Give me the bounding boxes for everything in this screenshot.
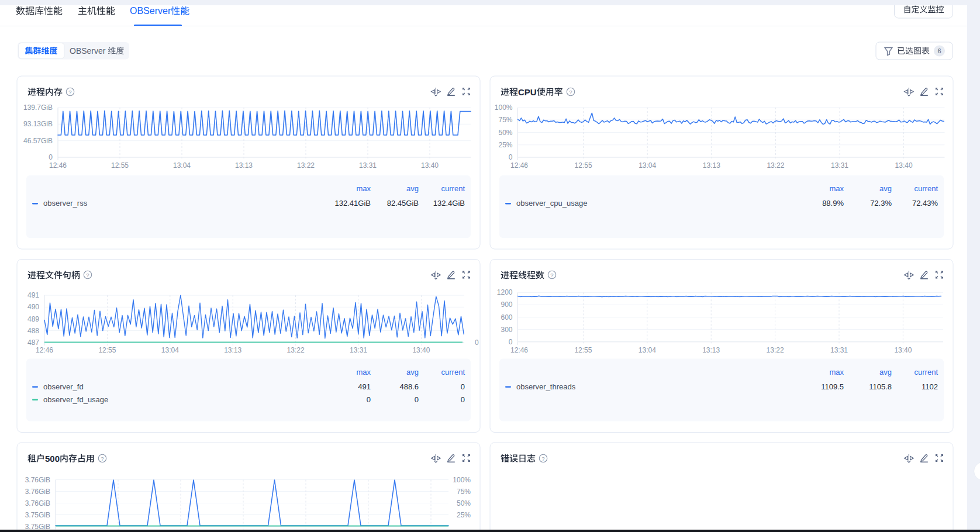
svg-text:13:22: 13:22 bbox=[767, 346, 784, 354]
svg-text:12:46: 12:46 bbox=[510, 346, 528, 354]
svg-text:max: max bbox=[829, 368, 844, 376]
svg-text:0: 0 bbox=[367, 395, 371, 404]
svg-text:600: 600 bbox=[501, 313, 512, 322]
svg-text:491: 491 bbox=[27, 291, 39, 299]
svg-text:139.7GiB: 139.7GiB bbox=[23, 103, 53, 112]
svg-text:observer_threads: observer_threads bbox=[516, 382, 576, 391]
svg-text:50%: 50% bbox=[457, 499, 471, 507]
svg-text:488: 488 bbox=[27, 327, 39, 335]
svg-text:300: 300 bbox=[501, 326, 512, 334]
svg-text:900: 900 bbox=[501, 300, 512, 309]
svg-text:observer_rss: observer_rss bbox=[43, 199, 88, 208]
svg-text:6: 6 bbox=[937, 47, 941, 54]
svg-text:12:55: 12:55 bbox=[111, 161, 129, 170]
svg-text:82.45GiB: 82.45GiB bbox=[387, 199, 419, 208]
svg-text:max: max bbox=[356, 184, 371, 193]
svg-text:500: 500 bbox=[45, 454, 60, 464]
svg-text:13:22: 13:22 bbox=[297, 161, 315, 170]
svg-text:?: ? bbox=[101, 455, 103, 462]
svg-text:50%: 50% bbox=[498, 129, 512, 137]
svg-text:12:55: 12:55 bbox=[574, 346, 592, 354]
svg-text:13:04: 13:04 bbox=[173, 161, 191, 170]
svg-text:12:46: 12:46 bbox=[49, 161, 67, 170]
svg-text:491: 491 bbox=[358, 382, 371, 391]
svg-text:1102: 1102 bbox=[922, 382, 938, 391]
svg-text:observer_fd_usage: observer_fd_usage bbox=[43, 395, 108, 404]
svg-text:1109.5: 1109.5 bbox=[821, 382, 844, 391]
svg-text:13:13: 13:13 bbox=[703, 161, 720, 170]
svg-text:0: 0 bbox=[49, 153, 53, 161]
svg-text:?: ? bbox=[541, 455, 544, 462]
svg-text:1105.8: 1105.8 bbox=[869, 382, 892, 391]
svg-text:current: current bbox=[915, 184, 938, 193]
svg-text:3.75GiB: 3.75GiB bbox=[25, 511, 50, 519]
svg-text:75%: 75% bbox=[457, 488, 471, 496]
svg-text:13:31: 13:31 bbox=[350, 346, 367, 354]
svg-text:max: max bbox=[356, 368, 371, 376]
svg-text:490: 490 bbox=[27, 303, 39, 311]
svg-text:88.9%: 88.9% bbox=[822, 199, 844, 208]
svg-text:488.6: 488.6 bbox=[399, 382, 419, 391]
svg-text:13:40: 13:40 bbox=[894, 346, 912, 354]
svg-text:25%: 25% bbox=[498, 141, 512, 149]
svg-text:13:13: 13:13 bbox=[235, 161, 253, 170]
svg-text:13:04: 13:04 bbox=[161, 346, 179, 354]
svg-text:12:46: 12:46 bbox=[510, 161, 528, 170]
svg-text:13:31: 13:31 bbox=[359, 161, 377, 170]
svg-text:0: 0 bbox=[509, 153, 513, 161]
svg-text:93.13GiB: 93.13GiB bbox=[23, 120, 53, 128]
svg-text:132.41GiB: 132.41GiB bbox=[335, 199, 371, 208]
svg-text:12:55: 12:55 bbox=[98, 346, 116, 354]
svg-text:3.76GiB: 3.76GiB bbox=[25, 476, 50, 484]
svg-text:13:40: 13:40 bbox=[412, 346, 430, 354]
svg-text:100%: 100% bbox=[495, 103, 513, 112]
svg-text:13:31: 13:31 bbox=[830, 346, 848, 354]
svg-text:OBServer: OBServer bbox=[70, 46, 106, 56]
svg-text:avg: avg bbox=[406, 368, 419, 376]
svg-text:0: 0 bbox=[415, 395, 419, 404]
svg-text:OBServer: OBServer bbox=[130, 6, 171, 16]
svg-text:46.57GiB: 46.57GiB bbox=[23, 137, 53, 145]
svg-text:current: current bbox=[441, 184, 465, 193]
svg-text:13:40: 13:40 bbox=[895, 161, 913, 170]
svg-text:13:13: 13:13 bbox=[702, 346, 720, 354]
svg-text:?: ? bbox=[550, 272, 553, 278]
svg-text:487: 487 bbox=[27, 338, 39, 347]
svg-text:0: 0 bbox=[461, 395, 465, 404]
svg-text:?: ? bbox=[86, 272, 89, 278]
svg-text:avg: avg bbox=[406, 184, 419, 193]
svg-text:3.76GiB: 3.76GiB bbox=[25, 488, 50, 496]
svg-text:avg: avg bbox=[879, 368, 892, 376]
svg-text:13:22: 13:22 bbox=[287, 346, 305, 354]
svg-text:0: 0 bbox=[509, 338, 513, 346]
svg-text:?: ? bbox=[68, 89, 71, 95]
svg-text:12:55: 12:55 bbox=[575, 161, 592, 170]
svg-text:132.4GiB: 132.4GiB bbox=[433, 199, 465, 208]
svg-text:13:13: 13:13 bbox=[224, 346, 241, 354]
svg-text:max: max bbox=[829, 184, 844, 193]
svg-text:13:04: 13:04 bbox=[639, 161, 656, 170]
svg-text:observer_cpu_usage: observer_cpu_usage bbox=[516, 199, 587, 208]
svg-text:75%: 75% bbox=[498, 116, 512, 124]
svg-text:489: 489 bbox=[27, 315, 39, 323]
svg-text:13:04: 13:04 bbox=[639, 346, 656, 354]
svg-text:3.76GiB: 3.76GiB bbox=[25, 499, 50, 507]
svg-text:1200: 1200 bbox=[497, 288, 513, 296]
svg-text:current: current bbox=[915, 368, 938, 376]
svg-text:current: current bbox=[441, 368, 465, 376]
svg-text:avg: avg bbox=[879, 184, 892, 193]
svg-text:13:40: 13:40 bbox=[421, 161, 439, 170]
svg-text:13:31: 13:31 bbox=[831, 161, 848, 170]
svg-text:13:22: 13:22 bbox=[767, 161, 784, 170]
svg-text:25%: 25% bbox=[457, 511, 471, 519]
svg-text:observer_fd: observer_fd bbox=[43, 382, 84, 391]
svg-text:100%: 100% bbox=[453, 476, 471, 484]
svg-text:0: 0 bbox=[475, 338, 479, 347]
svg-text:CPU: CPU bbox=[518, 87, 537, 97]
svg-text:12:46: 12:46 bbox=[36, 346, 53, 354]
svg-text:72.43%: 72.43% bbox=[912, 199, 938, 208]
svg-text:0: 0 bbox=[461, 382, 465, 391]
svg-text:3.75GiB: 3.75GiB bbox=[25, 523, 50, 531]
svg-text:72.3%: 72.3% bbox=[870, 199, 892, 208]
svg-text:?: ? bbox=[569, 89, 572, 95]
